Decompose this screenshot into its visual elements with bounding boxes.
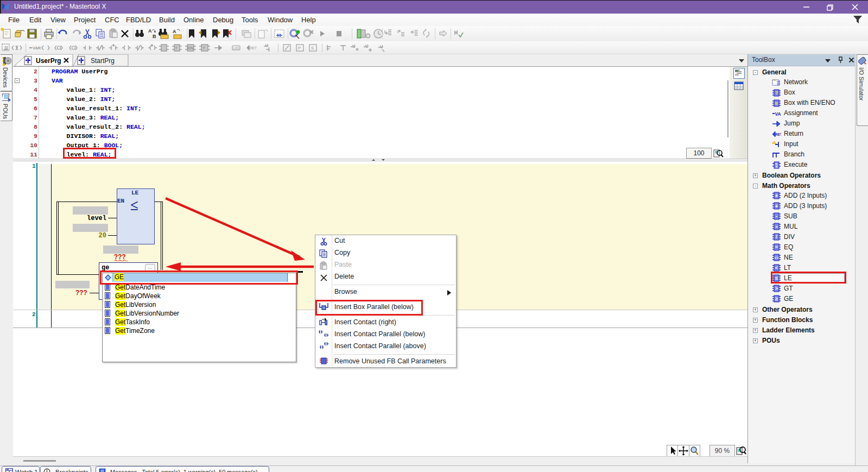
svg-text:?: ? bbox=[775, 90, 778, 96]
svg-text:X: X bbox=[775, 165, 777, 168]
svg-text:×: × bbox=[775, 224, 778, 229]
svg-text:VAR: VAR bbox=[33, 46, 41, 51]
svg-text:+: + bbox=[775, 203, 778, 209]
svg-text:>: > bbox=[775, 286, 778, 291]
svg-text:P: P bbox=[298, 46, 301, 51]
svg-text:A: A bbox=[173, 29, 176, 34]
svg-text:RET: RET bbox=[775, 133, 781, 136]
svg-text:<: < bbox=[775, 265, 778, 270]
svg-text:VAR: VAR bbox=[775, 111, 782, 117]
svg-text:S: S bbox=[311, 46, 314, 51]
svg-text:-: - bbox=[776, 213, 777, 219]
svg-text:=: = bbox=[775, 244, 778, 250]
svg-text:<>: <> bbox=[774, 256, 778, 260]
svg-text:≥: ≥ bbox=[775, 296, 778, 301]
svg-text:RET: RET bbox=[250, 46, 257, 50]
svg-text:LID: LID bbox=[233, 46, 239, 50]
svg-text:EN: EN bbox=[188, 46, 193, 50]
svg-text:B: B bbox=[153, 34, 156, 39]
svg-text:+: + bbox=[775, 193, 778, 199]
svg-text:E: E bbox=[775, 101, 778, 106]
svg-text:?: ? bbox=[175, 46, 178, 51]
svg-text:A: A bbox=[148, 28, 152, 34]
svg-text:?: ? bbox=[202, 46, 205, 51]
